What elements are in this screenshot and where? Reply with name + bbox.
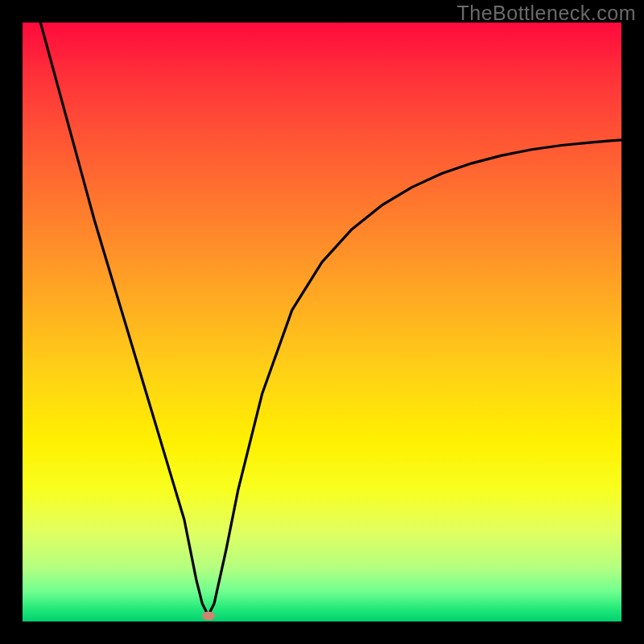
optimal-point-marker bbox=[202, 611, 215, 620]
chart-frame: TheBottleneck.com bbox=[0, 0, 644, 644]
plot-area bbox=[23, 23, 621, 621]
watermark-text: TheBottleneck.com bbox=[457, 2, 637, 25]
curve-svg bbox=[23, 23, 621, 621]
bottleneck-curve-path bbox=[40, 23, 621, 616]
